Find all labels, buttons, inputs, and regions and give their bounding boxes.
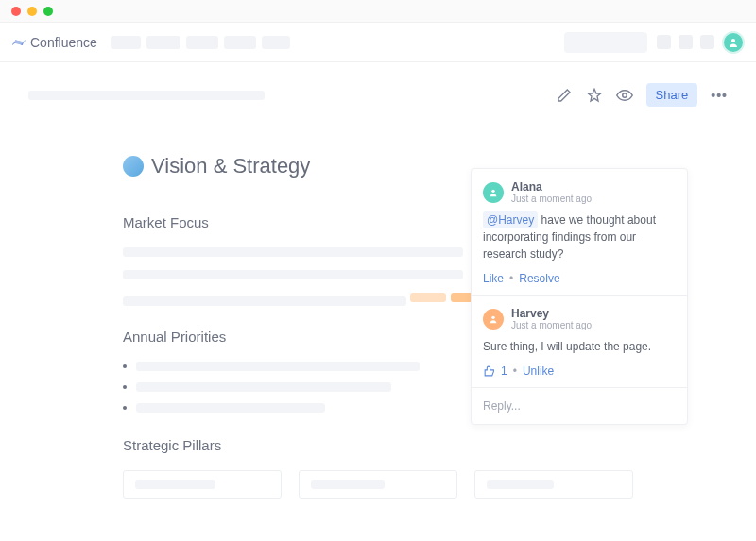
watch-icon[interactable] (616, 87, 633, 104)
text-line (123, 270, 463, 279)
thumbs-up-icon[interactable] (483, 365, 495, 378)
nav-item[interactable] (224, 36, 256, 49)
section-strategic-pillars: Strategic Pillars (123, 437, 633, 453)
nav-item[interactable] (146, 36, 180, 49)
confluence-icon (11, 35, 26, 50)
comment: Harvey Just a moment ago Sure thing, I w… (472, 296, 687, 388)
reply-input[interactable]: Reply... (472, 388, 687, 424)
breadcrumb[interactable] (28, 91, 265, 100)
window-zoom-dot[interactable] (43, 7, 53, 16)
pillar-cell (123, 470, 282, 499)
comments-panel: Alana Just a moment ago @Harvey have we … (471, 168, 688, 425)
comment-time: Just a moment ago (511, 320, 592, 330)
svg-point-2 (491, 189, 494, 192)
comment-avatar[interactable] (483, 309, 504, 330)
comment-body: Sure thing, I will update the page. (483, 338, 676, 355)
mention[interactable]: @Harvey (483, 211, 538, 228)
resolve-link[interactable]: Resolve (519, 272, 559, 285)
share-button[interactable]: Share (646, 83, 698, 107)
svg-point-3 (491, 315, 494, 318)
more-actions-icon[interactable]: ••• (711, 88, 728, 103)
svg-point-0 (731, 39, 735, 42)
comment: Alana Just a moment ago @Harvey have we … (472, 169, 687, 296)
brand[interactable]: Confluence (11, 35, 97, 50)
window-close-dot[interactable] (11, 7, 21, 16)
like-link[interactable]: Like (483, 272, 504, 285)
nav-item[interactable] (262, 36, 290, 49)
help-icon[interactable] (679, 35, 693, 49)
edit-icon[interactable] (556, 87, 573, 104)
brand-label: Confluence (30, 35, 97, 50)
top-nav: Confluence (0, 23, 756, 62)
comment-body: @Harvey have we thought about incorporat… (483, 211, 676, 262)
pillar-cell (474, 470, 633, 499)
nav-item[interactable] (186, 36, 218, 49)
unlike-link[interactable]: Unlike (523, 364, 554, 378)
pillar-cell (299, 470, 457, 499)
text-line (123, 247, 463, 257)
comment-avatar[interactable] (483, 182, 504, 203)
comment-author: Alana (511, 180, 592, 194)
notification-icon[interactable] (657, 35, 671, 49)
separator: • (509, 272, 513, 285)
nav-item[interactable] (111, 36, 141, 49)
settings-icon[interactable] (700, 35, 714, 49)
window-titlebar (0, 0, 756, 23)
page-title-text: Vision & Strategy (151, 154, 310, 178)
user-avatar[interactable] (722, 31, 745, 54)
like-count: 1 (501, 364, 507, 378)
page-header-row: Share ••• (0, 62, 756, 107)
nav-links (111, 36, 290, 49)
svg-point-1 (622, 93, 627, 97)
comment-author: Harvey (511, 307, 592, 320)
star-icon[interactable] (586, 87, 603, 104)
window-minimize-dot[interactable] (27, 7, 37, 16)
separator: • (513, 364, 517, 378)
comment-time: Just a moment ago (511, 194, 592, 204)
globe-icon (123, 156, 144, 177)
search-input[interactable] (564, 32, 647, 53)
